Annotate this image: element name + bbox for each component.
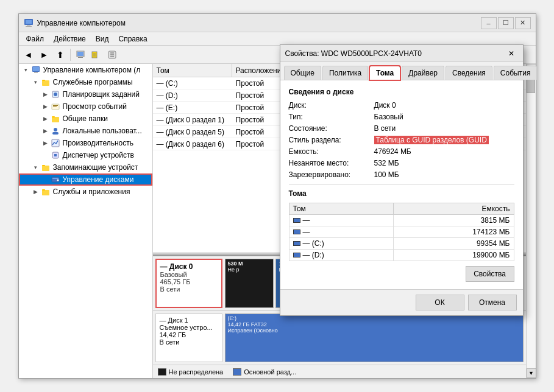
disk-type-1: Съемное устро... <box>160 324 218 331</box>
ok-button[interactable]: ОК <box>416 295 464 310</box>
tab-details[interactable]: Сведения <box>446 66 492 80</box>
dialog-footer: ОК Отмена <box>280 289 523 315</box>
free-info-row: Незанятое место: 532 МБ <box>289 159 514 167</box>
svg-rect-25 <box>52 117 59 122</box>
section-disk-info-title: Сведения о диске <box>289 88 514 96</box>
svg-point-27 <box>54 128 57 131</box>
expand-icon-3: ▶ <box>41 102 51 111</box>
tree-item-events[interactable]: ▶ Просмотр событий <box>19 100 152 113</box>
tree-label-4: Общие папки <box>63 114 108 123</box>
toolbar-btn1[interactable] <box>73 47 88 62</box>
maximize-button[interactable]: ☐ <box>498 17 514 29</box>
disk-seg-e[interactable]: (E:) 14,42 ГБ FAT32 Исправен (Основно <box>225 313 524 363</box>
vol-cap-3: 199000 МБ <box>393 250 514 261</box>
close-button[interactable]: ✕ <box>515 17 531 29</box>
disk-seg-unalloc[interactable]: 530 М Не р <box>225 259 274 308</box>
app-icon <box>24 18 34 28</box>
vol-name-2: — (C:) <box>289 238 393 250</box>
tree-item-localusers[interactable]: ▶ Локальные пользоват... <box>19 125 152 137</box>
capacity-label-text: Емкость: <box>289 147 374 156</box>
tree-label-10: Службы и приложения <box>53 187 130 196</box>
tree-label-8: Запоминающие устройст <box>53 163 138 172</box>
expand-icon-9: ▶ <box>41 175 51 184</box>
toolbar-btn3[interactable] <box>105 47 119 62</box>
vol-cap-0: 3815 МБ <box>393 215 514 226</box>
tree-item-root[interactable]: ▾ Управление компьютером (л <box>19 64 152 76</box>
svg-rect-1 <box>26 20 32 24</box>
legend-primary: Основной разд... <box>233 368 296 376</box>
tree-item-svcapp[interactable]: ▶ Службы и приложения <box>19 186 152 198</box>
back-button[interactable]: ◄ <box>21 47 36 62</box>
disk-row-1: — Диск 1 Съемное устро... 14,42 ГБ В сет… <box>153 311 526 365</box>
diskmgmt-icon <box>51 175 60 184</box>
col-tom[interactable]: Том <box>153 64 232 77</box>
volumes-table: Том Емкость — 3815 МБ — 174123 МБ <box>289 203 514 261</box>
forward-button[interactable]: ► <box>37 47 52 62</box>
svg-rect-24 <box>53 107 57 107</box>
expand-icon-4: ▶ <box>41 114 51 124</box>
vol-row-3[interactable]: — (D:) 199000 МБ <box>289 250 514 261</box>
tree-item-services[interactable]: ▾ Служебные программы <box>19 76 152 88</box>
disk-segments-1: (E:) 14,42 ГБ FAT32 Исправен (Основно <box>225 313 524 363</box>
legend-label-unalloc: Не распределена <box>169 368 224 376</box>
tree-item-shared[interactable]: ▶ Общие папки <box>19 113 152 125</box>
dialog-close-button[interactable]: ✕ <box>505 47 518 60</box>
vol-row-1[interactable]: — 174123 МБ <box>289 226 514 238</box>
shared-icon <box>51 114 60 124</box>
menu-file[interactable]: Файл <box>21 33 49 44</box>
legend-box-primary <box>233 368 241 376</box>
localusers-icon <box>51 126 60 136</box>
tab-driver[interactable]: Драйвер <box>402 66 444 80</box>
tree-item-diskmgmt[interactable]: ▶ Управление дисками <box>19 173 152 186</box>
tree-label-0: Управление компьютером (л <box>43 66 141 74</box>
dialog-tabs: Общие Политика Тома Драйвер Сведения Соб… <box>280 62 523 80</box>
tree-label-2: Планировщик заданий <box>63 90 140 99</box>
cancel-button[interactable]: Отмена <box>468 295 517 310</box>
vol-cap-1: 174123 МБ <box>393 226 514 238</box>
vol-cap-2: 99354 МБ <box>393 238 514 250</box>
divider <box>289 184 514 184</box>
tab-volumes[interactable]: Тома <box>369 66 400 80</box>
tree-item-scheduler[interactable]: ▶ Планировщик заданий <box>19 88 152 100</box>
vol-properties-button[interactable]: Свойства <box>466 266 514 282</box>
legend-box-unalloc <box>158 368 166 376</box>
type-label-text: Тип: <box>289 113 374 121</box>
dialog-title-text: Свойства: WDC WD5000LPCX-24VHAT0 <box>285 49 505 58</box>
partition-value-text: Таблица с GUID разделов (GUID <box>374 136 489 144</box>
tree-label-6: Производительность <box>63 139 133 147</box>
svg-point-36 <box>57 180 59 181</box>
minimize-button[interactable]: – <box>481 17 497 29</box>
section-volumes-title: Тома <box>289 189 514 198</box>
expand-icon-7: ▶ <box>41 150 51 160</box>
tab-policy[interactable]: Политика <box>322 66 368 80</box>
tab-general[interactable]: Общие <box>284 66 321 80</box>
svg-rect-26 <box>52 116 55 117</box>
properties-dialog: Свойства: WDC WD5000LPCX-24VHAT0 ✕ Общие… <box>280 44 524 316</box>
tree-item-devman[interactable]: ▶ Диспетчер устройств <box>19 149 152 161</box>
tree-label-3: Просмотр событий <box>63 102 127 111</box>
disk-name-0: — Диск 0 <box>160 262 218 271</box>
expand-icon-1: ▾ <box>31 77 41 87</box>
tab-events[interactable]: События <box>494 66 538 80</box>
menu-help[interactable]: Справка <box>114 33 152 44</box>
type-value-text: Базовый <box>374 113 403 121</box>
col-location[interactable]: Расположение <box>232 64 281 77</box>
scroll-track <box>527 74 536 368</box>
menu-view[interactable]: Вид <box>91 33 114 44</box>
tree-item-storage[interactable]: ▾ Запоминающие устройст <box>19 161 152 173</box>
svg-rect-38 <box>42 189 45 191</box>
toolbar-btn2[interactable] <box>89 47 104 62</box>
vol-name-0: — <box>289 215 393 226</box>
status-label-text: Состояние: <box>289 124 374 133</box>
vol-row-2[interactable]: — (C:) 99354 МБ <box>289 238 514 250</box>
scroll-down-button[interactable]: ▼ <box>527 368 536 378</box>
up-button[interactable]: ⬆ <box>53 47 68 62</box>
svg-rect-19 <box>42 80 45 81</box>
menu-action[interactable]: Действие <box>49 33 91 44</box>
status-value-text: В сети <box>374 124 396 133</box>
scrollbar-right[interactable]: ▲ ▼ <box>526 64 536 378</box>
vol-row-0[interactable]: — 3815 МБ <box>289 215 514 226</box>
events-icon <box>51 102 60 111</box>
expand-icon-8: ▾ <box>31 163 41 172</box>
tree-item-perf[interactable]: ▶ Производительность <box>19 137 152 149</box>
